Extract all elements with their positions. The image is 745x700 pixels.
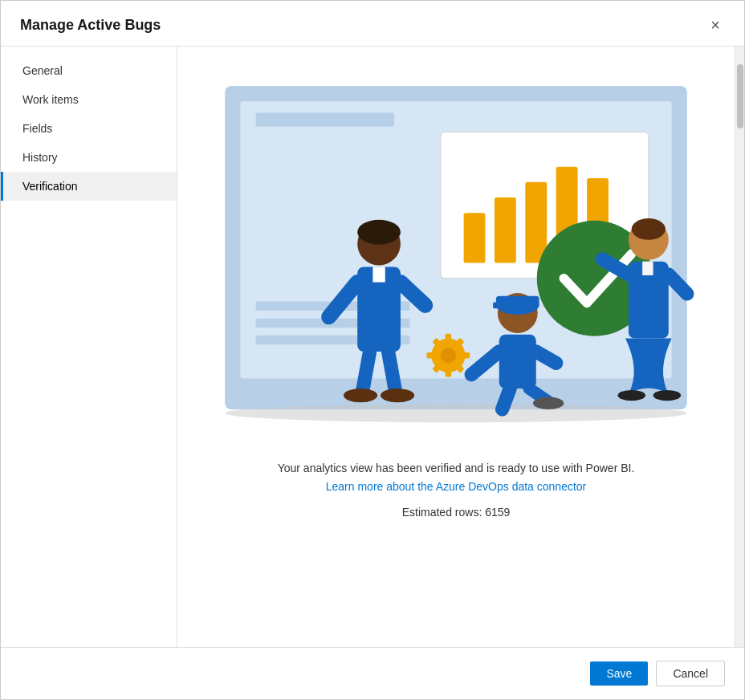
svg-rect-36 xyxy=(446,334,452,344)
dialog-title: Manage Active Bugs xyxy=(20,17,161,34)
sidebar-item-history[interactable]: History xyxy=(1,143,177,172)
svg-point-23 xyxy=(381,389,414,402)
svg-point-13 xyxy=(225,404,687,422)
verification-text: Your analytics view has been verified an… xyxy=(278,459,635,477)
dialog-footer: Save Cancel xyxy=(1,647,744,699)
svg-point-35 xyxy=(441,348,456,363)
dialog-body: GeneralWork itemsFieldsHistoryVerificati… xyxy=(1,47,744,647)
svg-rect-28 xyxy=(499,335,536,389)
estimated-rows: Estimated rows: 6159 xyxy=(402,506,511,519)
svg-line-20 xyxy=(362,352,370,394)
svg-point-52 xyxy=(653,390,682,401)
svg-point-22 xyxy=(344,389,377,402)
svg-line-21 xyxy=(389,352,397,394)
svg-rect-2 xyxy=(256,113,395,127)
dialog-header: Manage Active Bugs × xyxy=(1,1,744,47)
svg-point-15 xyxy=(357,220,401,245)
save-button[interactable]: Save xyxy=(590,661,648,686)
sidebar-item-fields[interactable]: Fields xyxy=(1,114,177,143)
svg-rect-17 xyxy=(372,267,385,282)
svg-rect-39 xyxy=(427,352,437,359)
sidebar: GeneralWork itemsFieldsHistoryVerificati… xyxy=(1,47,177,647)
svg-rect-9 xyxy=(525,182,547,263)
sidebar-item-general[interactable]: General xyxy=(1,56,177,85)
svg-rect-7 xyxy=(464,213,486,262)
main-content: Your analytics view has been verified an… xyxy=(177,47,735,647)
scrollbar-thumb[interactable] xyxy=(737,64,743,128)
sidebar-item-work-items[interactable]: Work items xyxy=(1,85,177,114)
svg-point-46 xyxy=(652,222,664,234)
svg-rect-48 xyxy=(642,262,653,275)
close-button[interactable]: × xyxy=(706,15,725,35)
sidebar-item-verification[interactable]: Verification xyxy=(1,172,177,201)
learn-more-link[interactable]: Learn more about the Azure DevOps data c… xyxy=(326,480,587,493)
verification-illustration xyxy=(210,71,702,440)
svg-point-51 xyxy=(617,390,645,401)
svg-rect-27 xyxy=(493,303,505,309)
svg-rect-38 xyxy=(461,352,470,359)
svg-rect-8 xyxy=(495,197,516,263)
svg-rect-37 xyxy=(446,368,452,377)
manage-active-bugs-dialog: Manage Active Bugs × GeneralWork itemsFi… xyxy=(0,0,745,700)
svg-point-33 xyxy=(533,397,564,409)
scrollbar-track xyxy=(735,47,744,647)
svg-line-31 xyxy=(503,389,511,409)
cancel-button[interactable]: Cancel xyxy=(656,661,725,686)
